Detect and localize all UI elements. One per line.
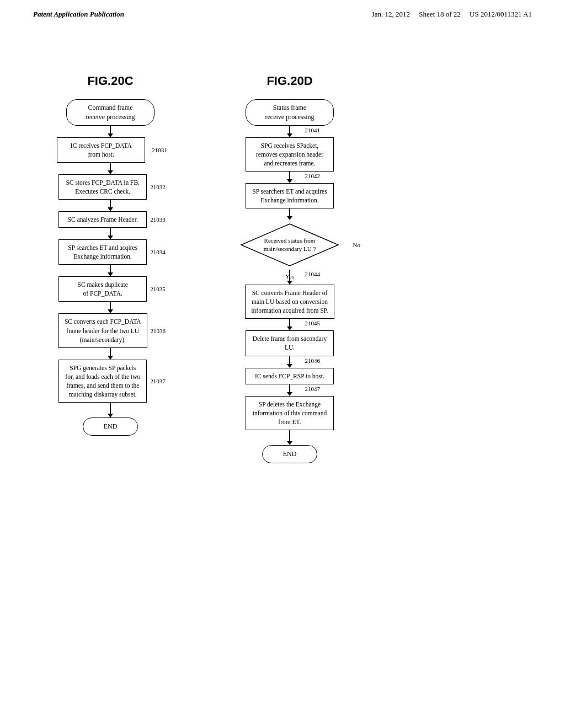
step-21044: SC converts Frame Header of main LU base… [245,285,334,319]
label-21036: 21036 [151,328,166,334]
fig20c-title: FIG.20C [87,74,133,88]
step-21044-row: SC converts Frame Header of main LU base… [245,285,334,319]
arrow-d6 [287,356,292,368]
step-21042-row: SP searchers ET and acquires Exchange in… [246,183,334,208]
header-patent: US 2012/0011321 A1 [470,10,532,18]
step-21036: SC converts each FCP_DATA frame header f… [58,313,147,347]
label-21042: 21042 [305,173,321,179]
arrow-8 [108,403,113,417]
label-21031: 21031 [152,147,167,153]
arrow-d2 [287,172,292,183]
arrow-d4 [287,270,292,285]
step-21045: Delete frame from sacondary LU. [246,330,334,356]
label-21033: 21033 [150,216,166,223]
end-oval-20d: END [262,445,317,463]
arrow-2 [108,163,113,174]
step-21034: SP searches ET and acqires Exchange info… [58,239,147,265]
step-21031-row: IC receives FCP_DATA from host. 21031 [57,137,164,163]
label-21044: 21044 [305,271,321,277]
step-21042: SP searchers ET and acquires Exchange in… [246,183,334,208]
no-label: No [353,242,360,248]
step-21031: IC receives FCP_DATA from host. [57,137,145,163]
label-21046: 21046 [305,357,321,364]
step-21034-row: SP searches ET and acqires Exchange info… [58,239,162,265]
start-oval-20d: Status frame receive processing [246,99,334,126]
header-sheet: Sheet 18 of 22 [419,10,460,18]
header-date: Jan. 12, 2012 [372,10,410,18]
label-21035: 21035 [150,286,166,292]
publication-title: Patent Application Publication [33,10,124,19]
label-21045: 21045 [305,320,321,326]
diamond-text: Received status from main/secondary LU ? [254,237,326,253]
figure-20d: FIG.20D Status frame receive processing … [226,74,353,463]
end-oval-20c: END [83,417,138,436]
step-21032: SC stores FCP_DATA in FB. Executes CRC c… [58,174,147,200]
arrow-6 [108,302,113,313]
label-21041: 21041 [305,127,321,133]
step-21037: SPG generates SP packets for, and loads … [58,360,147,403]
step-21035-row: SC makes duplicate of FCP_DATA. 21035 [58,276,162,302]
arrow-d3 [287,208,292,220]
arrow-7 [108,348,113,360]
arrow-d5 [287,319,292,330]
step-21036-row: SC converts each FCP_DATA frame header f… [58,313,162,347]
label-21032: 21032 [150,184,166,190]
arrow-d7 [287,384,292,396]
start-oval-20c: Command frame receive processing [66,99,154,126]
page-header: Patent Application Publication Jan. 12, … [0,0,565,19]
step-21047: SP deletes the Exchange information of t… [246,396,334,430]
flowchart-20c: Command frame receive processing IC rece… [50,99,171,436]
step-21032-row: SC stores FCP_DATA in FB. Executes CRC c… [58,174,162,200]
arrow-d1 [287,126,292,137]
label-21037: 21037 [150,378,166,384]
label-21034: 21034 [150,249,166,255]
main-content: FIG.20C Command frame receive processing… [0,52,565,485]
arrow-4 [108,228,113,239]
step-21041: SPG receives SPacket, removes expansion … [246,137,334,172]
arrow-5 [108,265,113,276]
step-21035: SC makes duplicate of FCP_DATA. [58,276,147,302]
arrow-d8 [287,430,292,445]
step-21046-row: IC sends FCP_RSP to host. [246,368,334,384]
decision-21043: Received status from main/secondary LU ?… [234,220,345,270]
step-21045-row: Delete frame from sacondary LU. [246,330,334,356]
flowchart-20d: Status frame receive processing 21041 SP… [226,99,353,463]
step-21037-row: SPG generates SP packets for, and loads … [58,360,162,403]
fig20d-title: FIG.20D [266,74,312,88]
label-21047: 21047 [305,386,321,392]
step-21033: SC analyzes Frame Header. [58,211,147,228]
step-21041-row: SPG receives SPacket, removes expansion … [246,137,334,172]
header-info: Jan. 12, 2012 Sheet 18 of 22 US 2012/001… [372,10,532,19]
figure-20c: FIG.20C Command frame receive processing… [50,74,171,436]
step-21046: IC sends FCP_RSP to host. [246,368,334,384]
arrow-1 [108,126,113,137]
arrow-3 [108,200,113,211]
step-21033-row: SC analyzes Frame Header. 21033 [58,211,162,228]
step-21047-row: SP deletes the Exchange information of t… [246,396,334,430]
